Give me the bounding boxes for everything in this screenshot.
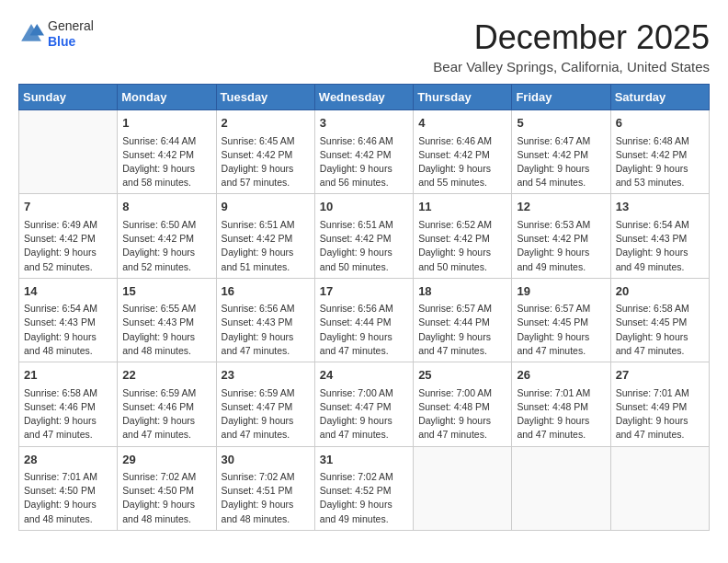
calendar-cell [512, 446, 610, 530]
day-info: Sunrise: 7:01 AMSunset: 4:50 PMDaylight:… [24, 470, 112, 526]
sunrise-text: Sunrise: 6:56 AM [222, 303, 295, 314]
sunrise-text: Sunrise: 7:02 AM [122, 471, 196, 482]
day-number: 6 [616, 114, 704, 132]
day-number: 14 [24, 282, 112, 301]
calendar-cell: 27Sunrise: 7:01 AMSunset: 4:49 PMDayligh… [610, 362, 709, 446]
calendar-cell: 9Sunrise: 6:51 AMSunset: 4:42 PMDaylight… [216, 194, 314, 278]
location: Bear Valley Springs, California, United … [433, 59, 710, 75]
sunset-text: Sunset: 4:47 PM [320, 401, 392, 412]
calendar-cell [610, 446, 709, 530]
day-info: Sunrise: 6:56 AMSunset: 4:43 PMDaylight:… [222, 302, 310, 358]
daylight-text: Daylight: 9 hours and 52 minutes. [122, 247, 195, 271]
day-info: Sunrise: 6:44 AMSunset: 4:42 PMDaylight:… [122, 134, 210, 190]
daylight-text: Daylight: 9 hours and 49 minutes. [320, 499, 392, 523]
day-info: Sunrise: 6:49 AMSunset: 4:42 PMDaylight:… [24, 218, 112, 274]
daylight-text: Daylight: 9 hours and 47 minutes. [616, 415, 688, 440]
day-number: 23 [222, 366, 310, 385]
sunset-text: Sunset: 4:43 PM [222, 316, 293, 327]
daylight-text: Daylight: 9 hours and 49 minutes. [517, 247, 589, 271]
calendar-cell: 22Sunrise: 6:59 AMSunset: 4:46 PMDayligh… [118, 362, 216, 446]
calendar-week: 21Sunrise: 6:58 AMSunset: 4:46 PMDayligh… [19, 362, 710, 446]
day-number: 24 [320, 366, 408, 385]
calendar-cell: 1Sunrise: 6:44 AMSunset: 4:42 PMDaylight… [118, 110, 216, 194]
calendar-cell: 13Sunrise: 6:54 AMSunset: 4:43 PMDayligh… [610, 194, 709, 278]
sunset-text: Sunset: 4:52 PM [320, 485, 392, 496]
day-info: Sunrise: 6:54 AMSunset: 4:43 PMDaylight:… [24, 302, 112, 358]
daylight-text: Daylight: 9 hours and 50 minutes. [320, 247, 392, 271]
day-number: 11 [418, 198, 506, 216]
day-number: 15 [122, 282, 210, 301]
title-section: December 2025 Bear Valley Springs, Calif… [433, 18, 710, 75]
sunset-text: Sunset: 4:42 PM [616, 149, 688, 160]
sunset-text: Sunset: 4:42 PM [517, 149, 588, 160]
sunset-text: Sunset: 4:42 PM [122, 233, 194, 244]
daylight-text: Daylight: 9 hours and 57 minutes. [222, 163, 294, 188]
sunset-text: Sunset: 4:42 PM [222, 149, 293, 160]
sunset-text: Sunset: 4:42 PM [418, 149, 490, 160]
calendar-cell: 8Sunrise: 6:50 AMSunset: 4:42 PMDaylight… [118, 194, 216, 278]
day-info: Sunrise: 6:57 AMSunset: 4:45 PMDaylight:… [517, 302, 605, 358]
sunset-text: Sunset: 4:50 PM [24, 485, 96, 496]
calendar-cell: 19Sunrise: 6:57 AMSunset: 4:45 PMDayligh… [512, 278, 610, 362]
calendar-week: 7Sunrise: 6:49 AMSunset: 4:42 PMDaylight… [19, 194, 710, 278]
day-number: 22 [122, 366, 210, 385]
daylight-text: Daylight: 9 hours and 48 minutes. [24, 331, 97, 356]
sunrise-text: Sunrise: 6:53 AM [517, 219, 590, 230]
logo-text: General Blue [48, 18, 94, 50]
sunset-text: Sunset: 4:48 PM [418, 401, 490, 412]
daylight-text: Daylight: 9 hours and 48 minutes. [222, 499, 294, 523]
day-number: 27 [616, 366, 704, 385]
sunrise-text: Sunrise: 6:49 AM [24, 219, 97, 230]
sunset-text: Sunset: 4:47 PM [222, 401, 293, 412]
day-info: Sunrise: 6:59 AMSunset: 4:46 PMDaylight:… [122, 386, 210, 442]
calendar-cell: 15Sunrise: 6:55 AMSunset: 4:43 PMDayligh… [118, 278, 216, 362]
daylight-text: Daylight: 9 hours and 54 minutes. [517, 163, 589, 188]
daylight-text: Daylight: 9 hours and 53 minutes. [616, 163, 688, 188]
day-number: 16 [222, 282, 310, 301]
sunset-text: Sunset: 4:45 PM [616, 316, 688, 327]
sunset-text: Sunset: 4:42 PM [418, 233, 490, 244]
day-info: Sunrise: 6:57 AMSunset: 4:44 PMDaylight:… [418, 302, 506, 358]
sunrise-text: Sunrise: 6:59 AM [122, 387, 196, 398]
calendar-cell: 4Sunrise: 6:46 AMSunset: 4:42 PMDaylight… [414, 110, 512, 194]
day-header-sunday: Sunday [19, 85, 118, 110]
day-number: 3 [320, 114, 408, 132]
calendar-cell: 29Sunrise: 7:02 AMSunset: 4:50 PMDayligh… [118, 446, 216, 530]
sunset-text: Sunset: 4:50 PM [122, 485, 194, 496]
day-number: 29 [122, 451, 210, 469]
calendar-cell: 11Sunrise: 6:52 AMSunset: 4:42 PMDayligh… [414, 194, 512, 278]
daylight-text: Daylight: 9 hours and 48 minutes. [122, 331, 195, 356]
sunset-text: Sunset: 4:42 PM [24, 233, 96, 244]
daylight-text: Daylight: 9 hours and 49 minutes. [616, 247, 688, 271]
sunset-text: Sunset: 4:42 PM [122, 149, 194, 160]
calendar-cell: 3Sunrise: 6:46 AMSunset: 4:42 PMDaylight… [314, 110, 413, 194]
sunrise-text: Sunrise: 6:50 AM [122, 219, 196, 230]
calendar-week: 1Sunrise: 6:44 AMSunset: 4:42 PMDaylight… [19, 110, 710, 194]
sunset-text: Sunset: 4:43 PM [24, 316, 96, 327]
sunset-text: Sunset: 4:46 PM [24, 401, 96, 412]
day-info: Sunrise: 6:55 AMSunset: 4:43 PMDaylight:… [122, 302, 210, 358]
sunrise-text: Sunrise: 6:56 AM [320, 303, 393, 314]
day-info: Sunrise: 6:47 AMSunset: 4:42 PMDaylight:… [517, 134, 605, 190]
day-info: Sunrise: 7:02 AMSunset: 4:51 PMDaylight:… [222, 470, 310, 526]
sunrise-text: Sunrise: 6:55 AM [122, 303, 196, 314]
sunset-text: Sunset: 4:46 PM [122, 401, 194, 412]
day-info: Sunrise: 6:58 AMSunset: 4:46 PMDaylight:… [24, 386, 112, 442]
day-number: 10 [320, 198, 408, 216]
calendar-cell: 14Sunrise: 6:54 AMSunset: 4:43 PMDayligh… [19, 278, 118, 362]
daylight-text: Daylight: 9 hours and 47 minutes. [418, 331, 491, 356]
logo-icon [18, 21, 44, 47]
day-number: 12 [517, 198, 605, 216]
logo-blue: Blue [48, 34, 94, 50]
day-header-thursday: Thursday [414, 85, 512, 110]
daylight-text: Daylight: 9 hours and 47 minutes. [320, 331, 392, 356]
day-info: Sunrise: 7:01 AMSunset: 4:48 PMDaylight:… [517, 386, 605, 442]
calendar-cell: 10Sunrise: 6:51 AMSunset: 4:42 PMDayligh… [314, 194, 413, 278]
sunrise-text: Sunrise: 6:57 AM [418, 303, 492, 314]
sunset-text: Sunset: 4:44 PM [418, 316, 490, 327]
day-info: Sunrise: 6:51 AMSunset: 4:42 PMDaylight:… [320, 218, 408, 274]
calendar-header: SundayMondayTuesdayWednesdayThursdayFrid… [19, 85, 710, 110]
sunrise-text: Sunrise: 6:51 AM [222, 219, 295, 230]
sunrise-text: Sunrise: 6:46 AM [320, 135, 393, 146]
sunset-text: Sunset: 4:43 PM [616, 233, 688, 244]
